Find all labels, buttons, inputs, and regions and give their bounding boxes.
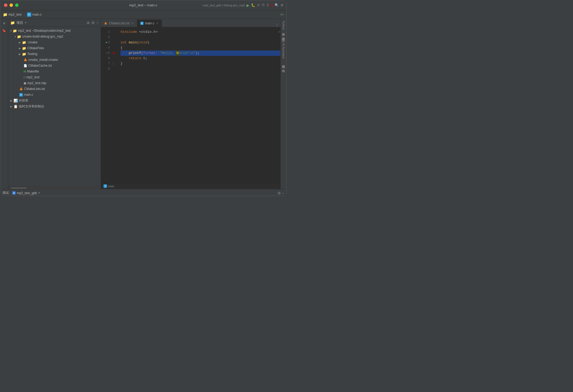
- gutter-5: ●: [113, 51, 118, 56]
- breadcrumb-file[interactable]: C main.c: [27, 12, 42, 17]
- python-panel-label[interactable]: Python 插件库: [281, 19, 285, 33]
- tree-cmake-install[interactable]: cmake_install.cmake: [8, 57, 101, 63]
- code-line-4: {: [120, 45, 280, 51]
- cmakelists-icon: [19, 87, 23, 91]
- editor-tabs: CMakeLists.txt ✕ C main.c ✕ ⋮: [101, 19, 280, 27]
- cmake-hidden-folder-icon: 📁: [22, 40, 26, 44]
- toolbar-icon-2[interactable]: ⏱: [261, 3, 265, 7]
- tab-mainc-label: main.c: [145, 21, 154, 25]
- ai-assistant-label[interactable]: @ AI Assistant: [282, 38, 285, 61]
- bookmark-icon[interactable]: 🔖: [1, 28, 7, 34]
- debug-session-tab[interactable]: G mp2_test_gdb: [12, 191, 37, 195]
- breakpoint-icon[interactable]: ●: [113, 51, 115, 55]
- temp-files-arrow: ▶: [10, 105, 12, 108]
- right-sidebar: Python 插件库 运行结果 @ AI Assistant 调试路径 网络: [280, 19, 286, 189]
- temp-files-icon: 📋: [14, 104, 18, 108]
- minimize-button[interactable]: [10, 3, 13, 7]
- code-area[interactable]: #include <stdio.h> ✓ int main ( void ) {: [118, 27, 280, 183]
- tree-mp2-exe[interactable]: □ mp2_test: [8, 74, 101, 80]
- gutter-6: [113, 56, 118, 61]
- c-file-icon: C: [27, 12, 31, 17]
- makefile-label: Makefile: [27, 70, 39, 73]
- tree-cmakelists[interactable]: CMakeLists.txt: [8, 86, 101, 92]
- search-icon[interactable]: 🔍: [275, 3, 279, 7]
- project-settings-icon[interactable]: ⚙: [91, 21, 95, 25]
- project-scrollbar[interactable]: [8, 187, 101, 189]
- tab-cmakelists[interactable]: CMakeLists.txt ✕: [101, 20, 137, 27]
- tree-cmake-hidden[interactable]: ▶ 📁 .cmake: [8, 39, 101, 45]
- cmake-hidden-arrow: ▶: [19, 41, 21, 44]
- breadcrumb-function: main: [108, 185, 114, 188]
- tree-cmakecache[interactable]: 📄 CMakeCache.txt: [8, 63, 101, 69]
- code-line-7: }: [120, 61, 280, 66]
- project-add-icon[interactable]: ⊕: [87, 21, 90, 25]
- breadcrumb-sep: ›: [24, 12, 25, 16]
- line-num-2: 2: [101, 35, 110, 40]
- project-scrollbar-thumb[interactable]: [11, 187, 27, 189]
- stop-icon[interactable]: ■: [271, 3, 273, 7]
- tree-makefile[interactable]: M Makefile: [8, 69, 101, 74]
- tree-root[interactable]: ▾ 📁 mp2_test ~/Desktop/code/c/mp2_test: [8, 28, 101, 34]
- tree-temp-files[interactable]: ▶ 📋 临时文件和控制台: [8, 103, 101, 109]
- external-libs-icon: 📊: [14, 99, 18, 103]
- gutter-3: [113, 40, 118, 45]
- code-line-8: [120, 66, 280, 72]
- line-num-1: 1: [101, 29, 110, 35]
- debug-session-icon: G: [12, 191, 16, 195]
- toolbar-icon-3[interactable]: ↧: [266, 3, 269, 7]
- root-label: mp2_test ~/Desktop/code/c/mp2_test: [18, 29, 70, 33]
- project-collapse-icon[interactable]: −: [96, 21, 99, 25]
- maximize-button[interactable]: [15, 3, 19, 7]
- line-num-3-wrap: ▶ 3: [101, 40, 110, 45]
- cmakefiles-label: CMakeFiles: [27, 46, 44, 50]
- tree-external-libs[interactable]: ▶ 📊 外部库: [8, 98, 101, 103]
- cmake-hidden-label: .cmake: [27, 40, 38, 44]
- project-icon[interactable]: ≡: [1, 20, 7, 26]
- tab-mainc[interactable]: C main.c ✕: [137, 20, 162, 27]
- tree-testing[interactable]: ▶ 📁 Testing: [8, 51, 101, 57]
- gutter-1: [113, 29, 118, 35]
- temp-files-label: 临时文件和控制台: [19, 104, 44, 109]
- debug-icon[interactable]: 🐛: [251, 3, 255, 7]
- gutter-7: }: [113, 61, 118, 66]
- breadcrumb-project[interactable]: 📁 mp2_test: [3, 12, 21, 17]
- cmake-build-arrow: ▾: [15, 35, 16, 38]
- gutter-2: [113, 35, 118, 40]
- editor-breadcrumb-bottom: f main: [101, 183, 280, 189]
- run-icon[interactable]: ▶: [247, 3, 249, 7]
- mp2-cbp-icon: ▣: [24, 81, 26, 85]
- project-expand-icon[interactable]: ▾: [25, 21, 26, 24]
- project-header: 📁 项目 ▾ ⊕ ⚙ −: [8, 19, 101, 27]
- gutter-4: [113, 45, 118, 51]
- tab-mainc-close[interactable]: ✕: [156, 22, 158, 25]
- cmakecache-icon: 📄: [24, 64, 27, 67]
- toolbar-icon-1[interactable]: ↺: [257, 3, 260, 7]
- settings-icon[interactable]: ⚙: [280, 3, 284, 7]
- line-num-7: 7: [101, 61, 110, 66]
- close-button[interactable]: [4, 3, 7, 7]
- window-controls[interactable]: [4, 3, 19, 7]
- breakpoint-arrow-3: ▶: [106, 40, 108, 45]
- gutter: ● }: [113, 27, 118, 183]
- nav-back-icon[interactable]: ⇦: [280, 12, 284, 17]
- editor-more-icon[interactable]: ⋮: [274, 23, 280, 27]
- mp2-exe-icon: □: [24, 76, 25, 79]
- svg-marker-2: [104, 22, 107, 24]
- run-panel-label[interactable]: 运行结果: [281, 33, 285, 37]
- tab-cmakelists-close[interactable]: ✕: [131, 22, 134, 25]
- debug-panel-right-label[interactable]: 调试路径: [281, 61, 285, 65]
- tree-mp2-cbp[interactable]: ▣ mp2_test.cbp: [8, 80, 101, 86]
- testing-folder-icon: 📁: [22, 52, 26, 56]
- debug-settings-icon[interactable]: ⚙: [277, 191, 281, 195]
- tree-cmake-build[interactable]: ▾ 📁 cmake-build-debug-gcc_mp2: [8, 34, 101, 39]
- debug-session-close[interactable]: ✕: [38, 191, 40, 195]
- tree-cmakefiles[interactable]: ▶ 📁 CMakeFiles: [8, 45, 101, 51]
- debug-panel: 调试: G mp2_test_gdb ✕ ⚙ − ↺ 🔧 ⏸ ■ 🔴 ⋮ ≡≡: [0, 189, 286, 196]
- project-title: 项目: [16, 20, 23, 25]
- code-line-1: #include <stdio.h> ✓: [120, 29, 280, 35]
- tree-mainc[interactable]: C main.c: [8, 92, 101, 98]
- debug-minimize-icon[interactable]: −: [282, 191, 284, 195]
- debug-tabs-bar: 调试: G mp2_test_gdb ✕ ⚙ −: [0, 189, 286, 196]
- network-panel-label[interactable]: 网络: [281, 65, 285, 70]
- window-title: mp2_test – main.c: [129, 3, 157, 7]
